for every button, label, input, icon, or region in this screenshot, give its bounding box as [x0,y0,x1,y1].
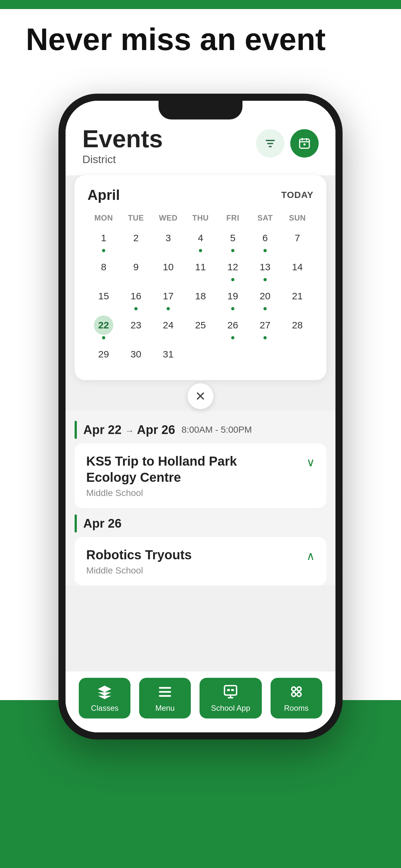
event-card-content: Robotics TryoutsMiddle School [86,547,192,576]
event-date-row: Apr 22 → Apr 268:00AM - 5:00PM [74,421,327,439]
calendar-day-cell[interactable]: 31 [152,341,184,370]
nav-item-school-app[interactable]: School App [199,678,262,718]
cal-day-number: 4 [191,228,210,248]
hero-title: Never miss an event [26,23,375,56]
cal-day-number: 31 [158,345,178,364]
calendar-day-cell[interactable]: 19 [217,283,249,312]
cal-weekday-header: SUN [281,211,313,225]
cal-day-number: 24 [158,315,178,335]
calendar-day-cell[interactable]: 13 [249,254,281,283]
calendar-day-cell[interactable]: 29 [88,341,120,370]
calendar-day-cell[interactable]: 9 [120,254,152,283]
calendar-day-cell[interactable]: 28 [281,312,313,341]
calendar-day-cell[interactable]: 30 [120,341,152,370]
event-date-bar [74,421,77,439]
calendar-day-cell[interactable]: 24 [152,312,184,341]
school-app-icon [222,684,239,701]
calendar-day-cell [249,341,281,370]
cal-day-number: 7 [288,228,307,248]
calendar-day-cell[interactable]: 25 [184,312,217,341]
cal-day-number: 25 [191,315,210,335]
calendar-day-cell[interactable]: 7 [281,225,313,254]
svg-rect-8 [159,687,171,688]
event-date-text: Apr 26 [83,517,121,531]
calendar-day-cell[interactable]: 8 [88,254,120,283]
svg-rect-13 [231,689,234,691]
filter-button[interactable] [256,129,284,158]
cal-day-number: 2 [126,228,146,248]
nav-item-menu[interactable]: Menu [139,678,191,718]
cal-day-number: 14 [288,257,307,277]
menu-icon [157,684,173,701]
cal-event-dot [102,336,105,339]
calendar-day-cell[interactable]: 14 [281,254,313,283]
nav-item-rooms[interactable]: Rooms [271,678,322,718]
calendar-day-cell[interactable]: 23 [120,312,152,341]
cal-day-number: 12 [223,257,243,277]
cal-event-dot [102,249,105,252]
cal-day-number: 26 [223,315,243,335]
svg-rect-6 [306,138,307,141]
rooms-icon [288,684,305,701]
phone-screen: Events District [66,101,335,733]
calendar-day-cell[interactable]: 12 [217,254,249,283]
cal-event-dot [231,278,235,281]
top-bar [0,0,401,9]
calendar-day-cell[interactable]: 18 [184,283,217,312]
cal-day-number [191,345,210,364]
cal-event-dot [264,307,267,310]
calendar-day-cell[interactable]: 16 [120,283,152,312]
cal-event-dot [231,336,235,339]
calendar-day-cell[interactable]: 6 [249,225,281,254]
calendar-day-cell[interactable]: 3 [152,225,184,254]
svg-rect-4 [300,141,309,142]
calendar-day-cell[interactable]: 21 [281,283,313,312]
calendar-nav: April TODAY [88,187,313,203]
filter-icon [264,137,276,150]
event-card[interactable]: KS5 Trip to Holland Park Ecology CentreM… [74,443,327,508]
cal-day-number: 17 [158,286,178,306]
close-calendar-button[interactable]: ✕ [188,383,213,409]
cal-day-number: 30 [126,345,146,364]
calendar-day-cell[interactable]: 17 [152,283,184,312]
chevron-up-icon[interactable]: ∧ [306,549,315,563]
calendar-day-cell[interactable]: 1 [88,225,120,254]
calendar-day-cell[interactable]: 22 [88,312,120,341]
cal-day-number: 16 [126,286,146,306]
calendar-card: April TODAY MONTUEWEDTHUFRISATSUN 123456… [74,175,327,380]
event-date-bar [74,515,77,532]
calendar-day-cell[interactable]: 26 [217,312,249,341]
cal-event-dot [264,249,267,252]
calendar-view-button[interactable] [290,129,319,158]
cal-event-dot [264,278,267,281]
events-header-buttons [256,129,319,158]
cal-day-number: 6 [255,228,275,248]
cal-day-number: 20 [255,286,275,306]
calendar-today-label[interactable]: TODAY [281,190,313,200]
calendar-week-row: 15161718192021 [88,283,313,312]
nav-item-classes[interactable]: Classes [79,678,130,718]
calendar-day-cell [184,341,217,370]
calendar-week-row: 891011121314 [88,254,313,283]
calendar-day-cell[interactable]: 15 [88,283,120,312]
chevron-down-icon[interactable]: ∨ [306,456,315,469]
cal-weekday-header: SAT [249,211,281,225]
calendar-day-cell[interactable]: 10 [152,254,184,283]
calendar-day-cell[interactable]: 4 [184,225,217,254]
calendar-day-cell[interactable]: 20 [249,283,281,312]
calendar-day-cell[interactable]: 5 [217,225,249,254]
svg-point-17 [297,692,301,696]
cal-weekday-header: WED [152,211,184,225]
svg-rect-9 [159,691,171,692]
cal-day-number: 13 [255,257,275,277]
event-card[interactable]: Robotics TryoutsMiddle School∧ [74,537,327,585]
calendar-day-cell[interactable]: 2 [120,225,152,254]
cal-day-number [288,345,307,364]
calendar-day-cell[interactable]: 11 [184,254,217,283]
close-btn-wrap: ✕ [66,383,335,409]
cal-day-number: 11 [191,257,210,277]
calendar-day-cell[interactable]: 27 [249,312,281,341]
cal-day-number: 5 [223,228,243,248]
svg-rect-5 [302,138,303,141]
event-date-text: Apr 22 → Apr 26 [83,423,175,437]
